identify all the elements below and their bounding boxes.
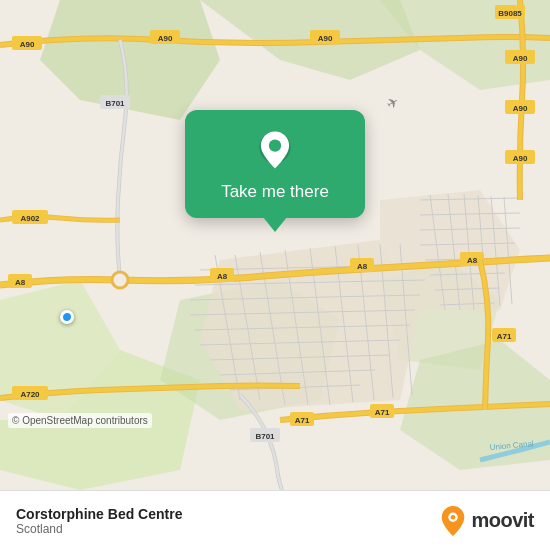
svg-point-86 [451,514,456,519]
svg-text:A71: A71 [497,332,512,341]
svg-text:A902: A902 [20,214,40,223]
svg-text:A90: A90 [513,54,528,63]
svg-text:A8: A8 [217,272,228,281]
bottom-info: Corstorphine Bed Centre Scotland [16,506,182,536]
svg-text:B701: B701 [105,99,125,108]
region-name: Scotland [16,522,182,536]
svg-text:A8: A8 [467,256,478,265]
svg-text:A71: A71 [375,408,390,417]
moovit-logo: moovit [439,505,534,537]
svg-text:A90: A90 [513,104,528,113]
location-pin-icon [253,128,297,172]
svg-text:A8: A8 [357,262,368,271]
svg-text:A8: A8 [15,278,26,287]
svg-text:A90: A90 [318,34,333,43]
map-popup[interactable]: Take me there [185,110,365,218]
svg-text:A90: A90 [20,40,35,49]
moovit-pin-icon [439,505,467,537]
svg-text:B701: B701 [255,432,275,441]
svg-text:A720: A720 [20,390,40,399]
osm-credit: © OpenStreetMap contributors [8,413,152,428]
svg-point-80 [112,272,128,288]
svg-point-84 [269,139,281,151]
svg-text:A90: A90 [158,34,173,43]
popup-label: Take me there [221,182,329,202]
map-container: A90 A90 A90 B9085 A90 A90 A90 B701 A902 [0,0,550,490]
svg-text:B9085: B9085 [498,9,522,18]
svg-text:A71: A71 [295,416,310,425]
svg-text:A90: A90 [513,154,528,163]
moovit-text: moovit [471,509,534,532]
location-name: Corstorphine Bed Centre [16,506,182,522]
bottom-bar: Corstorphine Bed Centre Scotland moovit [0,490,550,550]
location-dot [60,310,74,324]
